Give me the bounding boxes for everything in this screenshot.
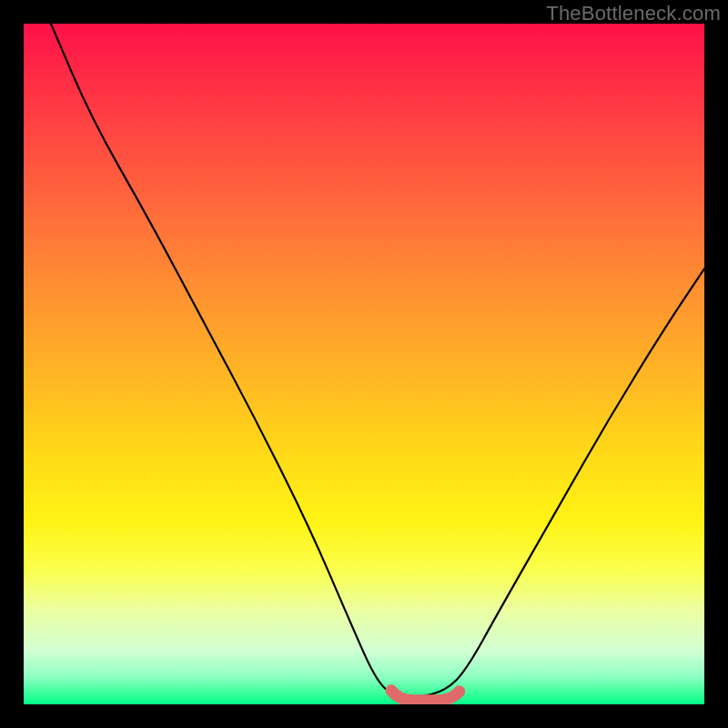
curve-svg (24, 24, 704, 704)
highlight-segment-path (391, 691, 460, 701)
bottleneck-curve-path (51, 24, 704, 698)
chart-frame: TheBottleneck.com (0, 0, 728, 728)
watermark-text: TheBottleneck.com (546, 2, 721, 25)
plot-area (24, 24, 704, 704)
